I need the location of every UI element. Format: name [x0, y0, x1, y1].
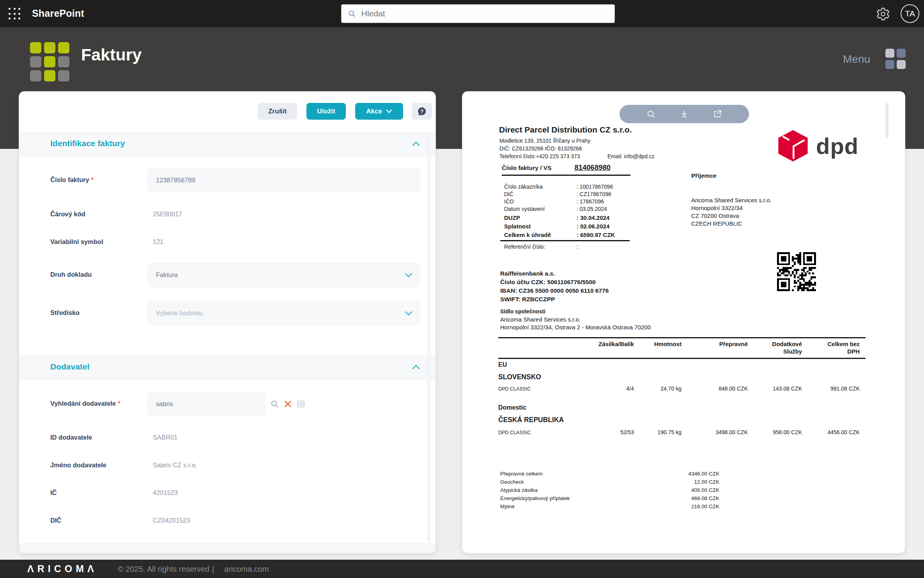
document-type-select[interactable]: Faktura — [148, 263, 420, 287]
pdf-open-external-icon[interactable] — [713, 110, 722, 119]
col-header: Celkem bez DPH — [819, 341, 860, 355]
bank-line: Číslo účtu CZK: 5061106776/5500 — [500, 279, 596, 286]
total-label: Geocheck — [500, 479, 524, 485]
pdf-preview-panel: Direct Parcel Distribution CZ s.r.o. Mod… — [462, 91, 905, 553]
supplier-search-input[interactable] — [148, 392, 266, 416]
supplier-address: Modletice 135, 25101 Říčany u Prahy — [499, 138, 590, 144]
menu-grid-icon[interactable] — [885, 49, 906, 69]
col-header: Dodatkové Služby — [761, 341, 802, 355]
variable-symbol-value: 121 — [153, 238, 164, 246]
app-logo-tiles — [30, 42, 69, 81]
pdf-download-icon[interactable] — [680, 110, 689, 119]
page-title: Faktury — [81, 45, 142, 64]
field-row-druh-dokladu: Druh dokladu Faktura — [19, 263, 435, 287]
field-label: ID dodavatele — [50, 434, 92, 441]
save-button[interactable]: Uložit — [306, 103, 346, 120]
selected-value: Faktura — [156, 271, 178, 279]
section-title: Dodavatel — [50, 362, 89, 371]
table-cell: 190.75 kg — [639, 429, 681, 435]
table-group: Domestic — [498, 404, 526, 411]
supplier-phone: Telefonní číslo:+420 225 373 373 — [499, 153, 580, 159]
clear-x-icon[interactable] — [283, 399, 292, 408]
required-asterisk: * — [118, 400, 120, 407]
chevron-down-icon[interactable] — [405, 311, 412, 316]
invoice-form-panel: Zrušit Uložit Akce ? Identifikace faktur… — [19, 91, 436, 553]
search-icon[interactable] — [270, 399, 279, 408]
top-search-box[interactable] — [341, 4, 615, 23]
supplier-search-input-field[interactable] — [156, 400, 257, 408]
field-label: Vyhledání dodavatele * — [50, 400, 120, 407]
table-region: SLOVENSKO — [498, 373, 541, 381]
table-border-header — [498, 358, 866, 359]
total-label: Atypická zásilka — [500, 487, 538, 493]
aricoma-logo: ΛRICOMΛ — [27, 563, 97, 574]
supplier-tax-ids: DIČ: CZ61329266 IČO: 61329266 — [499, 145, 582, 152]
invoice-number-input[interactable] — [148, 168, 420, 192]
field-row-cislo-faktury: Číslo faktury * — [19, 168, 435, 192]
chevron-up-icon[interactable] — [412, 364, 420, 370]
detail-label: DUZP — [504, 214, 520, 221]
detail-value: : 02.06.2024 — [577, 223, 609, 230]
app-launcher-icon[interactable] — [9, 8, 21, 20]
table-lookup-icon[interactable] — [296, 399, 305, 408]
field-label: Středisko — [50, 309, 80, 316]
total-label: Přepravné celkem — [500, 471, 543, 477]
table-cell: 4/4 — [583, 385, 634, 392]
detail-divider — [500, 240, 630, 241]
field-label: DIČ — [50, 517, 61, 524]
cost-center-select[interactable]: Vyberte hodnotu — [148, 301, 420, 325]
supplier-name-value: Sabris CZ s.r.o. — [153, 461, 197, 469]
chevron-up-icon[interactable] — [412, 141, 420, 147]
section-dodavatel[interactable]: Dodavatel — [19, 355, 435, 380]
invoice-number-label: Číslo faktury / VS — [502, 164, 573, 171]
footer-site-link[interactable]: aricoma.com — [224, 565, 269, 574]
menu-button[interactable]: Menu — [843, 53, 870, 65]
recipient-line: Hornopolní 3322/34 — [691, 205, 743, 211]
total-value: 12.00 CZK — [641, 479, 719, 485]
total-value: 405.00 CZK — [641, 487, 719, 493]
cancel-button[interactable]: Zrušit — [258, 103, 297, 120]
detail-label: IČO — [504, 198, 514, 205]
chevron-down-icon[interactable] — [405, 272, 412, 278]
next-section-header-peek[interactable] — [19, 543, 435, 553]
pdf-toolbar — [620, 105, 749, 123]
help-button[interactable]: ? — [412, 103, 432, 120]
detail-label: Celkem k úhradě — [504, 232, 551, 238]
pdf-search-icon[interactable] — [646, 110, 656, 119]
vat-id-value: CZ04201523 — [153, 517, 190, 524]
detail-value: : 10017867096 — [577, 184, 613, 190]
total-value: 468.08 CZK — [641, 495, 719, 501]
dpd-box-icon — [777, 129, 809, 163]
invoice-number-input-field[interactable] — [156, 177, 412, 184]
table-cell: 4456.00 CZK — [809, 429, 860, 435]
field-label: Variabilní symbol — [50, 238, 103, 246]
top-bar: SharePoint TA — [0, 0, 924, 27]
settings-gear-icon[interactable] — [876, 7, 890, 21]
detail-value: : 6590.97 CZK — [577, 232, 615, 238]
total-label: Mýtné — [500, 504, 515, 509]
user-avatar[interactable]: TA — [901, 4, 919, 23]
top-search-input[interactable] — [361, 9, 608, 18]
field-label: Druh dokladu — [50, 271, 92, 278]
seat-line: Hornopolní 3322/34, Ostrava 2 - Moravská… — [500, 324, 651, 331]
sharepoint-brand: SharePoint — [32, 8, 84, 19]
invoice-number-block: Číslo faktury / VS 814068980 — [502, 163, 630, 176]
section-identifikace-faktury[interactable]: Identifikace faktury — [19, 132, 435, 156]
table-service: DPD CLASSIC — [498, 430, 531, 435]
bank-line: SWIFT: RZBCCZPP — [500, 296, 555, 303]
required-asterisk: * — [91, 176, 94, 183]
form-scrollbar[interactable] — [427, 132, 431, 542]
field-label: Čárový kód — [50, 210, 85, 218]
bank-line: IBAN: CZ36 5500 0000 0050 6110 6776 — [500, 287, 609, 294]
actions-button[interactable]: Akce — [355, 103, 403, 120]
dpd-logo-text: dpd — [816, 133, 859, 159]
table-cell: 991.08 CZK — [809, 385, 860, 392]
total-value: 216.00 CZK — [641, 504, 719, 509]
detail-label: DIČ — [504, 191, 513, 197]
detail-value: : 17867096 — [577, 198, 604, 205]
supplier-name: Direct Parcel Distribution CZ s.r.o. — [499, 125, 632, 134]
field-row-vyhledani-dodavatele: Vyhledání dodavatele * — [19, 392, 435, 416]
select-placeholder: Vyberte hodnotu — [156, 309, 203, 317]
col-header: Zásilka/Balík — [583, 341, 634, 348]
detail-value: : CZ17867096 — [577, 191, 611, 197]
